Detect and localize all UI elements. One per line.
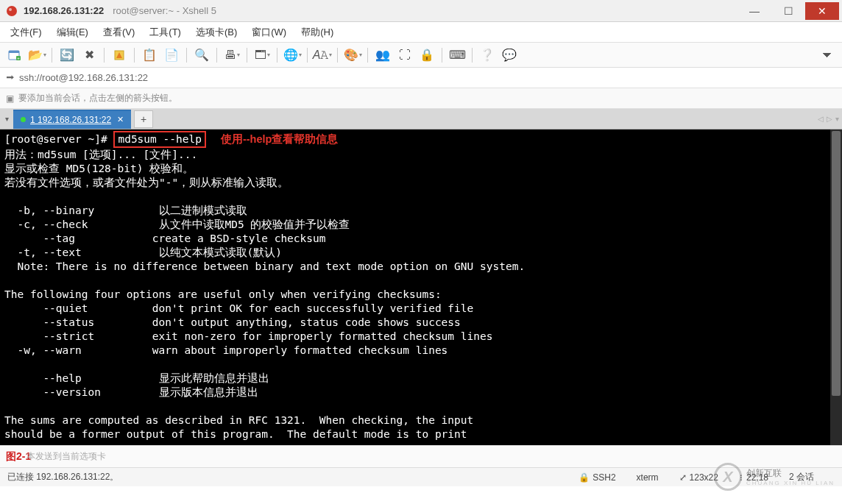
fullscreen-icon[interactable]: ⛶ [395, 45, 415, 65]
terminal-line: Note: There is no difference between bin… [4, 260, 525, 272]
hint-icon: ▣ [6, 93, 14, 104]
terminal-line: -c, --check 从文件中读取MD5 的校验值并予以检查 [4, 219, 350, 230]
paste-icon[interactable]: 📄 [161, 45, 182, 65]
hint-text: 要添加当前会话，点击左侧的箭头按钮。 [18, 92, 177, 104]
terminal-line: --help 显示此帮助信息并退出 [4, 372, 269, 384]
hintbar: ▣ 要添加当前会话，点击左侧的箭头按钮。 [0, 88, 842, 109]
scrollbar-thumb[interactable] [832, 131, 841, 396]
svg-text:+: + [17, 56, 20, 60]
separator [277, 48, 277, 63]
menu-tabs[interactable]: 选项卡(B) [190, 23, 243, 42]
font-icon[interactable]: A𝙰▾ [312, 45, 333, 65]
copy-icon[interactable]: 📋 [139, 45, 160, 65]
separator [247, 48, 247, 63]
color-icon[interactable]: 🎨▾ [342, 45, 363, 65]
terminal-line: --status don't output anything, status c… [4, 316, 461, 328]
close-button[interactable]: ✕ [805, 2, 839, 20]
users-icon[interactable]: 👥 [372, 45, 393, 65]
addressbar[interactable]: ⮕ ssh://root@192.168.26.131:22 [0, 68, 842, 88]
terminal-line: should be a former output of this progra… [4, 428, 467, 440]
addressbar-url: ssh://root@192.168.26.131:22 [19, 72, 148, 83]
addressbar-arrow-icon[interactable]: ⮕ [6, 73, 15, 83]
separator [337, 48, 338, 63]
app-icon [6, 5, 18, 17]
terminal-command-highlight: md5sum --help [113, 131, 206, 148]
print-icon[interactable]: 🖶▾ [222, 45, 242, 65]
statusbar: 已连接 192.168.26.131:22。 🔒SSH2 xterm ⤢123x… [0, 467, 842, 486]
svg-point-0 [7, 6, 17, 16]
title-host: 192.168.26.131:22 [24, 5, 104, 16]
status-connection: 已连接 192.168.26.131:22。 [7, 471, 118, 483]
feedback-icon[interactable]: 💬 [499, 45, 520, 65]
title-rest: root@server:~ - Xshell 5 [113, 5, 216, 16]
help-icon[interactable]: ❔ [477, 45, 498, 65]
terminal-line: --version 显示版本信息并退出 [4, 386, 258, 398]
svg-rect-3 [9, 51, 19, 53]
menu-view[interactable]: 查看(V) [97, 23, 141, 42]
size-icon: ⤢ [679, 472, 687, 483]
language-icon[interactable]: 🌐▾ [282, 45, 303, 65]
separator [442, 48, 442, 63]
tab-active[interactable]: 1 192.168.26.131:22 ✕ [13, 110, 131, 129]
search-icon[interactable]: 🔍 [191, 45, 212, 65]
menu-file[interactable]: 文件(F) [4, 23, 48, 42]
terminal-line: 用法：md5sum [选项]... [文件]... [4, 149, 197, 160]
terminal-line: --strict exit non-zero for improperly fo… [4, 330, 492, 342]
status-sessions: 2 会话 [789, 471, 814, 483]
new-session-icon[interactable]: + [4, 45, 25, 65]
status-termtype: xterm [637, 472, 659, 483]
terminal-annotation: 使用--help查看帮助信息 [221, 133, 338, 145]
open-icon[interactable]: 📂▾ [26, 45, 47, 65]
tab-menu-icon[interactable]: ▾ [835, 115, 839, 123]
menu-window[interactable]: 窗口(W) [246, 23, 292, 42]
separator [367, 48, 368, 63]
terminal-line: --tag create a BSD-style checksum [4, 233, 326, 244]
profile-icon[interactable] [109, 45, 130, 65]
status-cursor: ⫶22,18 [739, 472, 768, 483]
tab-nav: ◁ ▷ ▾ [818, 115, 842, 123]
reconnect-icon[interactable]: 🔄 [57, 45, 77, 65]
lock-icon[interactable]: 🔒 [417, 45, 437, 65]
disconnect-icon[interactable]: ✖ [79, 45, 99, 65]
properties-icon[interactable]: 🗔▾ [252, 45, 272, 65]
sendbar: 图2-1 本发送到当前选项卡 [0, 445, 842, 467]
tab-next-icon[interactable]: ▷ [827, 115, 832, 123]
terminal-scrollbar[interactable] [830, 129, 842, 445]
separator [134, 48, 135, 63]
pos-icon: ⫶ [739, 472, 743, 483]
terminal-line: --quiet don't print OK for each successf… [4, 302, 473, 314]
terminal-line: 显示或检查 MD5(128-bit) 校验和。 [4, 163, 194, 174]
window-controls: — ☐ ✕ [737, 2, 839, 20]
svg-point-1 [9, 8, 12, 11]
separator [104, 48, 105, 63]
menu-tools[interactable]: 工具(T) [144, 23, 187, 42]
separator [216, 48, 217, 63]
terminal[interactable]: [root@server ~]# md5sum --help使用--help查看… [0, 129, 842, 445]
maximize-button[interactable]: ☐ [771, 2, 805, 20]
keyboard-icon[interactable]: ⌨ [447, 45, 467, 65]
tab-list-icon[interactable]: ▾ [0, 115, 13, 123]
separator [307, 48, 308, 63]
tab-prev-icon[interactable]: ◁ [818, 115, 824, 123]
terminal-line: The following four options are useful on… [4, 288, 442, 300]
menu-help[interactable]: 帮助(H) [295, 23, 339, 42]
separator [52, 48, 52, 63]
terminal-line: The sums are computed as described in RF… [4, 414, 473, 426]
status-size: ⤢123x22 [679, 472, 718, 483]
toolbar-expand-icon[interactable]: ⏷ [817, 45, 838, 65]
titlebar: 192.168.26.131:22 root@server:~ - Xshell… [0, 0, 842, 22]
status-protocol: 🔒SSH2 [579, 472, 615, 483]
terminal-line: -t, --text 以纯文本模式读取(默认) [4, 246, 282, 258]
menu-edit[interactable]: 编辑(E) [51, 23, 94, 42]
tab-close-icon[interactable]: ✕ [117, 115, 124, 124]
terminal-line: 若没有文件选项，或者文件处为"-"，则从标准输入读取。 [4, 177, 289, 188]
minimize-button[interactable]: — [737, 2, 771, 20]
separator [186, 48, 187, 63]
lock-icon: 🔒 [579, 472, 590, 483]
toolbar: + 📂▾ 🔄 ✖ 📋 📄 🔍 🖶▾ 🗔▾ 🌐▾ A𝙰▾ 🎨▾ 👥 ⛶ 🔒 ⌨ ❔… [0, 43, 842, 68]
terminal-line: -w, --warn warn about improperly formatt… [4, 344, 447, 356]
send-placeholder[interactable]: 本发送到当前选项卡 [26, 450, 106, 463]
menubar: 文件(F) 编辑(E) 查看(V) 工具(T) 选项卡(B) 窗口(W) 帮助(… [0, 22, 842, 43]
tab-add-button[interactable]: + [134, 110, 153, 128]
terminal-line: -b, --binary 以二进制模式读取 [4, 205, 247, 216]
